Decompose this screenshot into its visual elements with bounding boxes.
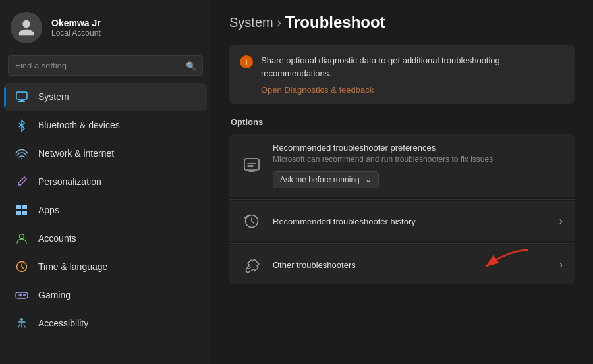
history-body: Recommended troubleshooter history xyxy=(273,217,549,226)
breadcrumb-chevron: › xyxy=(277,16,281,30)
sidebar-item-label-accessibility: Accessibility xyxy=(38,318,88,328)
ask-me-dropdown[interactable]: Ask me before running ⌄ xyxy=(273,171,379,188)
page-title: Troubleshoot xyxy=(285,13,385,32)
sidebar-item-label-accounts: Accounts xyxy=(38,233,76,244)
option-card-recommended-prefs[interactable]: Recommended troubleshooter preferences M… xyxy=(229,134,575,197)
svg-rect-6 xyxy=(16,211,21,215)
svg-rect-14 xyxy=(244,159,259,170)
sidebar-nav: System Bluetooth & devices Network & xyxy=(0,82,211,338)
user-section: Okemwa Jr Local Account xyxy=(0,0,211,53)
option-card-recommended-history[interactable]: Recommended troubleshooter history › xyxy=(229,201,575,241)
sidebar-item-label-apps: Apps xyxy=(38,205,59,215)
recommended-prefs-icon xyxy=(241,155,262,176)
svg-point-3 xyxy=(21,158,22,159)
svg-rect-5 xyxy=(22,205,27,209)
sidebar-item-system[interactable]: System xyxy=(4,83,207,111)
history-chevron-right-icon: › xyxy=(559,215,563,227)
svg-rect-0 xyxy=(16,92,27,99)
user-avatar-icon xyxy=(17,18,36,37)
sidebar-item-label-network: Network & internet xyxy=(38,148,114,159)
info-icon: i xyxy=(240,55,253,68)
svg-point-11 xyxy=(23,294,24,296)
option-card-other-troubleshooters[interactable]: Other troubleshooters › xyxy=(229,245,575,284)
ask-me-label: Ask me before running xyxy=(280,175,360,184)
other-troubleshooters-chevron-right-icon: › xyxy=(559,259,563,271)
info-text: Share optional diagnostic data to get ad… xyxy=(261,54,564,95)
svg-rect-1 xyxy=(20,100,24,101)
search-icon: 🔍 xyxy=(186,61,196,70)
dropdown-chevron-icon: ⌄ xyxy=(365,175,372,184)
bluetooth-icon xyxy=(14,118,29,132)
sidebar-item-label-system: System xyxy=(38,91,69,102)
sidebar-item-gaming[interactable]: Gaming xyxy=(4,281,207,309)
breadcrumb-parent: System xyxy=(229,15,273,30)
svg-rect-7 xyxy=(22,211,27,215)
main-content: System › Troubleshoot i Share optional d… xyxy=(211,0,593,364)
sidebar-item-network[interactable]: Network & internet xyxy=(4,140,207,167)
user-info: Okemwa Jr Local Account xyxy=(51,18,101,38)
gaming-icon xyxy=(14,288,29,302)
network-icon xyxy=(14,146,29,161)
info-description: Share optional diagnostic data to get ad… xyxy=(261,54,564,80)
accounts-icon xyxy=(14,231,29,246)
search-box[interactable]: 🔍 xyxy=(8,55,203,76)
accessibility-icon xyxy=(14,316,29,330)
svg-point-12 xyxy=(24,294,26,296)
system-icon xyxy=(14,90,29,104)
recommended-prefs-desc: Microsoft can recommend and run troubles… xyxy=(273,155,563,164)
svg-point-8 xyxy=(20,234,24,239)
svg-rect-4 xyxy=(16,205,21,209)
sidebar: Okemwa Jr Local Account 🔍 System Bluetoo… xyxy=(0,0,211,364)
sidebar-item-bluetooth[interactable]: Bluetooth & devices xyxy=(4,111,207,139)
open-diagnostics-link[interactable]: Open Diagnostics & feedback xyxy=(261,85,564,95)
sidebar-item-label-time: Time & language xyxy=(38,261,107,272)
other-troubleshooters-icon xyxy=(241,254,262,275)
user-name: Okemwa Jr xyxy=(51,18,101,28)
sidebar-item-personalization[interactable]: Personalization xyxy=(4,168,207,195)
history-title: Recommended troubleshooter history xyxy=(273,217,549,226)
sidebar-item-label-bluetooth: Bluetooth & devices xyxy=(38,120,120,130)
time-icon xyxy=(14,259,29,274)
history-icon xyxy=(241,211,262,232)
apps-icon xyxy=(14,203,29,217)
breadcrumb: System › Troubleshoot xyxy=(229,13,575,32)
info-banner: i Share optional diagnostic data to get … xyxy=(229,45,575,104)
options-section-label: Options xyxy=(229,117,575,127)
sidebar-item-apps[interactable]: Apps xyxy=(4,196,207,224)
recommended-prefs-body: Recommended troubleshooter preferences M… xyxy=(273,143,563,188)
sidebar-item-time[interactable]: Time & language xyxy=(4,253,207,280)
other-troubleshooters-body: Other troubleshooters xyxy=(273,260,549,270)
svg-point-16 xyxy=(248,266,250,269)
other-troubleshooters-title: Other troubleshooters xyxy=(273,260,549,270)
user-role: Local Account xyxy=(51,28,101,38)
sidebar-item-label-gaming: Gaming xyxy=(38,290,71,300)
sidebar-item-accessibility[interactable]: Accessibility xyxy=(4,309,207,337)
personalization-icon xyxy=(14,174,29,189)
options-section: Recommended troubleshooter preferences M… xyxy=(229,134,575,284)
sidebar-item-accounts[interactable]: Accounts xyxy=(4,224,207,252)
svg-rect-2 xyxy=(18,101,25,102)
sidebar-item-label-personalization: Personalization xyxy=(38,176,101,187)
avatar xyxy=(11,12,42,43)
search-input[interactable] xyxy=(8,55,203,76)
recommended-prefs-title: Recommended troubleshooter preferences xyxy=(273,143,563,153)
svg-point-13 xyxy=(20,318,23,321)
